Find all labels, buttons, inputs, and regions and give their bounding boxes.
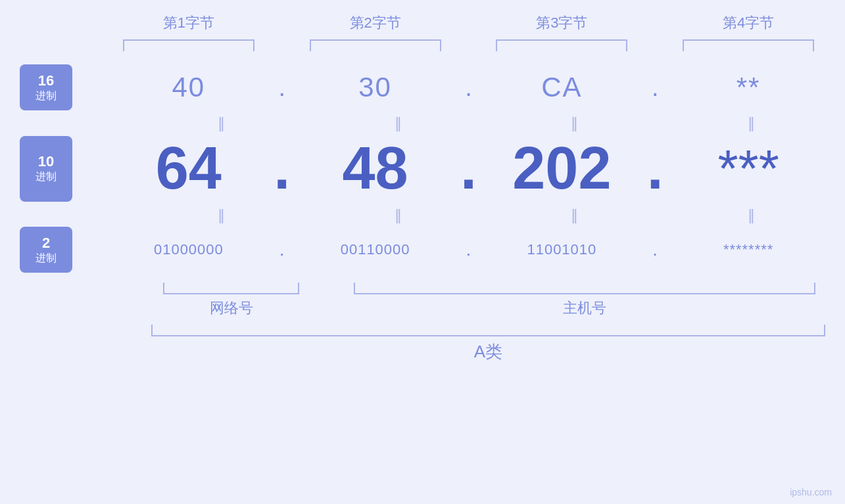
- hex-sep-3: .: [639, 74, 671, 102]
- hex-val-3: CA: [485, 72, 639, 103]
- dec-val-2: 48: [299, 135, 452, 202]
- hex-label-badge: 16 进制: [20, 64, 72, 110]
- bin-sep-2: .: [452, 239, 485, 260]
- hex-val-2: 30: [299, 72, 452, 103]
- hex-val-4: **: [671, 72, 825, 103]
- col-header-2: 第2字节: [299, 13, 452, 33]
- dec-sep-2: .: [452, 135, 485, 202]
- net-bracket-wrap: [151, 283, 312, 294]
- decimal-unit: 进制: [36, 170, 57, 184]
- col-header-3: 第3字节: [485, 13, 639, 33]
- hex-cells: 40 . 30 . CA . **: [112, 72, 825, 103]
- net-bracket: [163, 283, 299, 294]
- dec-val-3: 202: [485, 135, 639, 202]
- bracket-top-2: [299, 39, 452, 51]
- eq-2-1: ‖: [151, 207, 295, 224]
- eq-row-2: ‖ ‖ ‖ ‖: [151, 207, 825, 224]
- bin-sep-1: .: [266, 239, 299, 260]
- bin-val-2: 00110000: [299, 241, 452, 258]
- decimal-label-badge: 10 进制: [20, 136, 72, 202]
- column-headers: 第1字节 第2字节 第3字节 第4字节: [112, 13, 825, 33]
- net-host-labels: 网络号 主机号: [151, 298, 825, 318]
- eq-row-1: ‖ ‖ ‖ ‖: [151, 115, 825, 132]
- binary-number: 2: [42, 235, 50, 252]
- watermark: ipshu.com: [790, 487, 832, 497]
- eq-2-3: ‖: [505, 207, 649, 224]
- col-header-1: 第1字节: [112, 13, 266, 33]
- host-bracket: [354, 283, 815, 294]
- class-bracket: [151, 325, 825, 336]
- bin-val-4: ********: [671, 241, 825, 258]
- eq-2-4: ‖: [681, 207, 825, 224]
- eq-1-4: ‖: [681, 115, 825, 132]
- binary-label-badge: 2 进制: [20, 227, 72, 273]
- bottom-brackets-row: [151, 283, 825, 294]
- hex-sep-2: .: [452, 74, 485, 102]
- class-label: A类: [151, 340, 825, 363]
- bin-val-3: 11001010: [485, 241, 639, 258]
- main-container: 第1字节 第2字节 第3字节 第4字节 16 进制 40: [0, 0, 845, 504]
- class-label-row: A类: [151, 340, 825, 363]
- decimal-cells: 64 . 48 . 202 . ***: [112, 135, 825, 202]
- binary-cells: 01000000 . 00110000 . 11001010 . *******…: [112, 239, 825, 260]
- dec-val-4: ***: [671, 139, 825, 199]
- host-bracket-outer: [345, 283, 825, 294]
- dec-sep-3: .: [639, 135, 671, 202]
- binary-row: 2 进制 01000000 . 00110000 . 11001010 .: [20, 227, 825, 273]
- bin-sep-3: .: [639, 239, 671, 260]
- hex-row: 16 进制 40 . 30 . CA . **: [20, 64, 825, 110]
- eq-1-3: ‖: [505, 115, 649, 132]
- dec-sep-1: .: [266, 135, 299, 202]
- hex-number: 16: [38, 72, 54, 89]
- binary-unit: 进制: [36, 252, 57, 265]
- host-label: 主机号: [345, 298, 825, 318]
- hex-unit: 进制: [36, 89, 57, 103]
- hex-val-1: 40: [112, 72, 266, 103]
- eq-1-2: ‖: [328, 115, 472, 132]
- decimal-number: 10: [38, 153, 54, 170]
- eq-1-1: ‖: [151, 115, 295, 132]
- dec-val-1: 64: [112, 135, 266, 202]
- bracket-top-1: [112, 39, 266, 51]
- bracket-top-4: [671, 39, 825, 51]
- net-label: 网络号: [151, 298, 312, 318]
- bracket-top-3: [485, 39, 639, 51]
- eq-2-2: ‖: [328, 207, 472, 224]
- bin-val-1: 01000000: [112, 241, 266, 258]
- class-bracket-row: [151, 325, 825, 336]
- decimal-row: 10 进制 64 . 48 . 202 . ***: [20, 135, 825, 202]
- top-brackets: [112, 39, 825, 51]
- hex-sep-1: .: [266, 74, 299, 102]
- col-header-4: 第4字节: [671, 13, 825, 33]
